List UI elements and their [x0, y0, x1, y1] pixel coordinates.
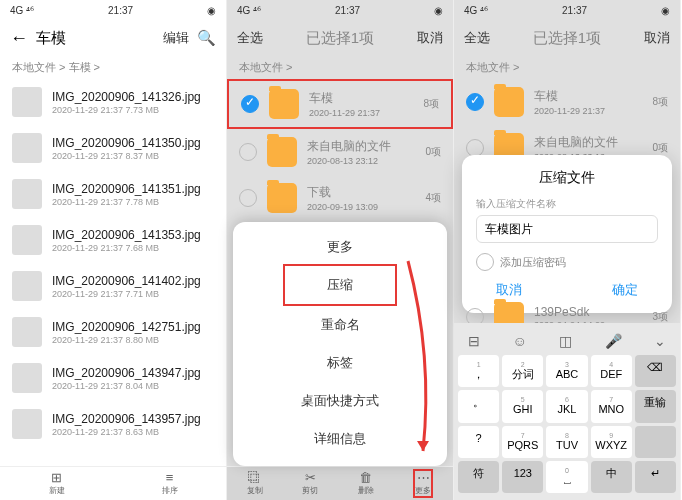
list-item[interactable]: 车模2020-11-29 21:378项: [454, 79, 680, 125]
key[interactable]: 4DEF: [591, 355, 632, 387]
keyboard: ⊟ ☺ ◫ 🎤 ⌄ 1，2分词3ABC4DEF⌫。5GHI6JKL7MNO重输?…: [454, 323, 680, 500]
filename-input[interactable]: [476, 215, 658, 243]
thumbnail: [12, 225, 42, 255]
list-item[interactable]: 车模2020-11-29 21:378项: [227, 79, 453, 129]
key[interactable]: 重输: [635, 390, 676, 422]
status-bar: 4G ⁴⁶ 21:37 ◉: [454, 0, 680, 20]
file-meta: 2020-11-29 21:37 7.68 MB: [52, 243, 214, 253]
sheet-item-重命名[interactable]: 重命名: [233, 306, 447, 344]
key[interactable]: 123: [502, 461, 543, 493]
key[interactable]: 3ABC: [546, 355, 587, 387]
kb-collapse-icon[interactable]: ⊟: [468, 333, 480, 349]
key[interactable]: ↵: [635, 461, 676, 493]
folder-icon: [267, 137, 297, 167]
status-bar: 4G ⁴⁶ 21:37 ◉: [0, 0, 226, 20]
thumbnail: [12, 133, 42, 163]
edit-button[interactable]: 编辑: [163, 29, 189, 47]
key[interactable]: [635, 426, 676, 458]
list-item[interactable]: IMG_20200906_141350.jpg2020-11-29 21:37 …: [0, 125, 226, 171]
bottom-bar: ⊞新建≡排序: [0, 466, 226, 500]
list-item[interactable]: IMG_20200906_143947.jpg2020-11-29 21:37 …: [0, 355, 226, 401]
status-bar: 4G ⁴⁶ 21:37 ◉: [227, 0, 453, 20]
key[interactable]: 1，: [458, 355, 499, 387]
select-all-button[interactable]: 全选: [237, 29, 263, 47]
file-meta: 2020-11-29 21:37 8.80 MB: [52, 335, 214, 345]
checkbox-icon[interactable]: [239, 143, 257, 161]
file-name: IMG_20200906_141402.jpg: [52, 274, 214, 288]
sheet-title: 更多: [233, 230, 447, 264]
key[interactable]: 2分词: [502, 355, 543, 387]
key[interactable]: 0⎵: [546, 461, 587, 493]
header: ← 车模 编辑 🔍: [0, 20, 226, 56]
compress-dialog: 压缩文件 输入压缩文件名称 添加压缩密码 取消 确定: [462, 155, 672, 313]
bb-更多[interactable]: ⋯更多: [413, 469, 433, 498]
bb-排序[interactable]: ≡排序: [162, 471, 178, 496]
cancel-button[interactable]: 取消: [644, 29, 670, 47]
sheet-item-压缩[interactable]: 压缩: [283, 264, 397, 306]
more-sheet: 更多 压缩重命名标签桌面快捷方式详细信息: [233, 222, 447, 466]
kb-emoji-icon[interactable]: ☺: [512, 333, 526, 349]
back-icon[interactable]: ←: [10, 28, 28, 49]
kb-tool-icon[interactable]: ◫: [559, 333, 572, 349]
checkbox-icon[interactable]: [476, 253, 494, 271]
list-item[interactable]: 来自电脑的文件2020-08-13 23:120项: [227, 129, 453, 175]
select-all-button[interactable]: 全选: [464, 29, 490, 47]
list-item[interactable]: IMG_20200906_141326.jpg2020-11-29 21:37 …: [0, 79, 226, 125]
phone-3: 4G ⁴⁶ 21:37 ◉ 全选 已选择1项 取消 本地文件 > 车模2020-…: [454, 0, 681, 500]
checkbox-icon[interactable]: [241, 95, 259, 113]
key[interactable]: 8TUV: [546, 426, 587, 458]
bb-删除[interactable]: 🗑删除: [358, 471, 374, 496]
header: 全选 已选择1项 取消: [227, 20, 453, 56]
key[interactable]: 。: [458, 390, 499, 422]
file-meta: 2020-11-29 21:37 8.04 MB: [52, 381, 214, 391]
sheet-item-桌面快捷方式[interactable]: 桌面快捷方式: [233, 382, 447, 420]
breadcrumb[interactable]: 本地文件 >: [227, 56, 453, 79]
key[interactable]: 9WXYZ: [591, 426, 632, 458]
file-name: IMG_20200906_143957.jpg: [52, 412, 214, 426]
thumbnail: [12, 179, 42, 209]
file-name: IMG_20200906_141351.jpg: [52, 182, 214, 196]
thumbnail: [12, 409, 42, 439]
file-meta: 2020-11-29 21:37 7.78 MB: [52, 197, 214, 207]
key[interactable]: 7PQRS: [502, 426, 543, 458]
folder-icon: [267, 183, 297, 213]
list-item[interactable]: IMG_20200906_141402.jpg2020-11-29 21:37 …: [0, 263, 226, 309]
checkbox-icon[interactable]: [239, 189, 257, 207]
bb-复制[interactable]: ⿻复制: [247, 471, 263, 496]
list-item[interactable]: 下载2020-09-19 13:094项: [227, 175, 453, 221]
page-title: 车模: [36, 29, 155, 48]
kb-mic-icon[interactable]: 🎤: [605, 333, 622, 349]
password-option[interactable]: 添加压缩密码: [476, 253, 658, 271]
bb-新建[interactable]: ⊞新建: [49, 471, 65, 496]
thumbnail: [12, 363, 42, 393]
checkbox-icon[interactable]: [466, 93, 484, 111]
kb-expand-icon[interactable]: ⌄: [654, 333, 666, 349]
sheet-item-标签[interactable]: 标签: [233, 344, 447, 382]
keyboard-toolbar: ⊟ ☺ ◫ 🎤 ⌄: [458, 327, 676, 355]
dialog-title: 压缩文件: [476, 169, 658, 187]
phone-2: 4G ⁴⁶ 21:37 ◉ 全选 已选择1项 取消 本地文件 > 车模2020-…: [227, 0, 454, 500]
phone-1: 4G ⁴⁶ 21:37 ◉ ← 车模 编辑 🔍 本地文件 > 车模 > IMG_…: [0, 0, 227, 500]
list-item[interactable]: IMG_20200906_141353.jpg2020-11-29 21:37 …: [0, 217, 226, 263]
list-item[interactable]: IMG_20200906_142751.jpg2020-11-29 21:37 …: [0, 309, 226, 355]
key[interactable]: ⌫: [635, 355, 676, 387]
breadcrumb[interactable]: 本地文件 >: [454, 56, 680, 79]
key[interactable]: 7MNO: [591, 390, 632, 422]
cancel-button[interactable]: 取消: [417, 29, 443, 47]
page-title: 已选择1项: [498, 29, 636, 48]
key[interactable]: ?: [458, 426, 499, 458]
file-name: IMG_20200906_143947.jpg: [52, 366, 214, 380]
key[interactable]: 中: [591, 461, 632, 493]
header: 全选 已选择1项 取消: [454, 20, 680, 56]
file-name: IMG_20200906_141353.jpg: [52, 228, 214, 242]
key[interactable]: 5GHI: [502, 390, 543, 422]
bb-剪切[interactable]: ✂剪切: [302, 471, 318, 496]
list-item[interactable]: IMG_20200906_141351.jpg2020-11-29 21:37 …: [0, 171, 226, 217]
breadcrumb[interactable]: 本地文件 > 车模 >: [0, 56, 226, 79]
search-icon[interactable]: 🔍: [197, 29, 216, 47]
key[interactable]: 6JKL: [546, 390, 587, 422]
file-meta: 2020-11-29 21:37 7.73 MB: [52, 105, 214, 115]
key[interactable]: 符: [458, 461, 499, 493]
list-item[interactable]: IMG_20200906_143957.jpg2020-11-29 21:37 …: [0, 401, 226, 447]
sheet-item-详细信息[interactable]: 详细信息: [233, 420, 447, 458]
